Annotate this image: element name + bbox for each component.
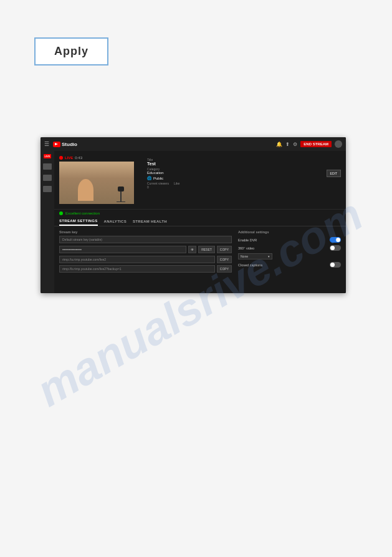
privacy-value: Public (153, 177, 163, 180)
stream-key-row: Default stream key (variable) (59, 236, 232, 243)
sidebar-icon-1[interactable] (43, 163, 52, 170)
settings-icon[interactable]: ⚙ (293, 142, 297, 147)
main-content: LIVE LIVE 0:43 (41, 151, 346, 293)
category-value: Education (147, 171, 339, 175)
dvr-label: Enable DVR (238, 238, 257, 242)
stream-key-placeholder: Default stream key (variable) (62, 238, 102, 241)
left-settings: Stream key Default stream key (variable)… (59, 230, 232, 289)
notifications-icon[interactable]: 🔔 (276, 142, 282, 147)
preview-section: LIVE 0:43 (59, 156, 140, 204)
live-time: 0:43 (75, 156, 82, 160)
connection-text: Excellent connection (65, 211, 100, 215)
latency-dropdown[interactable]: None ▾ (238, 253, 272, 259)
globe-icon: 🌐 (147, 176, 151, 180)
thumbnail-figure (78, 179, 93, 201)
stream-key-dropdown[interactable]: Default stream key (variable) (59, 236, 232, 243)
additional-settings-label: Additional settings (238, 230, 341, 234)
latency-row: None ▾ (238, 253, 341, 259)
hamburger-icon[interactable]: ☰ (44, 141, 49, 147)
copy-key-button[interactable]: COPY (217, 246, 232, 253)
latency-value: None (241, 254, 248, 258)
top-bar: ☰ Studio 🔔 ⬆ ⚙ END STREAM (41, 137, 346, 151)
tab-analytics[interactable]: ANALYTICS (104, 220, 127, 225)
captions-row: Closed captions (238, 262, 341, 268)
sidebar-icon-3[interactable] (43, 186, 52, 192)
masked-dots: •••••••••••••••• (62, 248, 82, 251)
yt-logo: Studio (53, 142, 77, 147)
video360-label: 360° video (238, 246, 254, 250)
video360-row: 360° video (238, 245, 341, 251)
reset-button[interactable]: RESET (198, 246, 215, 253)
studio-label: Studio (62, 142, 77, 147)
left-sidebar: LIVE (41, 151, 54, 293)
connection-dot (59, 211, 63, 215)
user-avatar[interactable] (335, 140, 342, 148)
center-content: LIVE 0:43 Title Test Category E (54, 151, 346, 293)
sidebar-icon-2[interactable] (43, 175, 52, 181)
dvr-row: Enable DVR (238, 237, 341, 243)
right-settings: Additional settings Enable DVR 360° vide… (238, 230, 341, 289)
live-dot (59, 156, 63, 160)
tab-stream-settings[interactable]: STREAM SETTINGS (59, 219, 98, 226)
youtube-icon (53, 142, 60, 147)
captions-label: Closed captions (238, 263, 262, 267)
share-icon[interactable]: ⬆ (285, 142, 290, 147)
live-label: LIVE (65, 156, 73, 160)
viewers-label: Current viewers (147, 182, 169, 185)
title-value: Test (147, 162, 339, 166)
settings-panel: Stream key Default stream key (variable)… (54, 226, 346, 293)
top-bar-right: 🔔 ⬆ ⚙ END STREAM (276, 140, 342, 148)
thumbnail-tripod (120, 186, 122, 202)
captions-toggle[interactable] (330, 262, 341, 268)
top-bar-left: ☰ Studio (44, 141, 77, 147)
end-stream-button[interactable]: END STREAM (300, 141, 332, 147)
live-badge: LIVE (44, 154, 52, 158)
viewers-count-label: Like (174, 182, 179, 185)
connection-status: Excellent connection (54, 209, 346, 217)
stream-url-1: rtmp://a.rtmp.youtube.com/live2 (59, 256, 215, 263)
stream-url-2: rtmp://b.rtmp.youtube.com/live2?backup=1 (59, 265, 215, 273)
masked-key-row: •••••••••••••••• 👁 RESET COPY (59, 246, 232, 253)
apply-button[interactable]: Apply (34, 37, 108, 65)
video-thumbnail (59, 162, 134, 204)
copy-url2-button[interactable]: COPY (217, 265, 232, 273)
latency-chevron: ▾ (268, 254, 270, 258)
masked-key-field: •••••••••••••••• (59, 246, 186, 253)
tabs-bar: STREAM SETTINGS ANALYTICS STREAM HEALTH (54, 217, 346, 226)
edit-button[interactable]: EDIT (327, 170, 341, 177)
tab-stream-health[interactable]: STREAM HEALTH (133, 220, 167, 225)
stream-url-row-1: rtmp://a.rtmp.youtube.com/live2 COPY (59, 256, 232, 263)
dvr-toggle[interactable] (330, 237, 341, 243)
apply-section: Apply (34, 37, 108, 65)
viewers-count: 0 (147, 185, 339, 189)
privacy-row: 🌐 Public (147, 176, 339, 180)
video360-toggle[interactable] (330, 245, 341, 251)
info-panel: Title Test Category Education 🌐 Public C… (145, 156, 341, 204)
copy-url1-button[interactable]: COPY (217, 256, 232, 263)
studio-container: ☰ Studio 🔔 ⬆ ⚙ END STREAM LIVE (41, 137, 346, 293)
stream-url-row-2: rtmp://b.rtmp.youtube.com/live2?backup=1… (59, 265, 232, 273)
stream-area: LIVE 0:43 Title Test Category E (54, 151, 346, 209)
live-indicator: LIVE 0:43 (59, 156, 140, 160)
eye-button[interactable]: 👁 (188, 246, 196, 253)
stream-key-label: Stream key (59, 230, 232, 234)
thumbnail-room (59, 162, 134, 204)
